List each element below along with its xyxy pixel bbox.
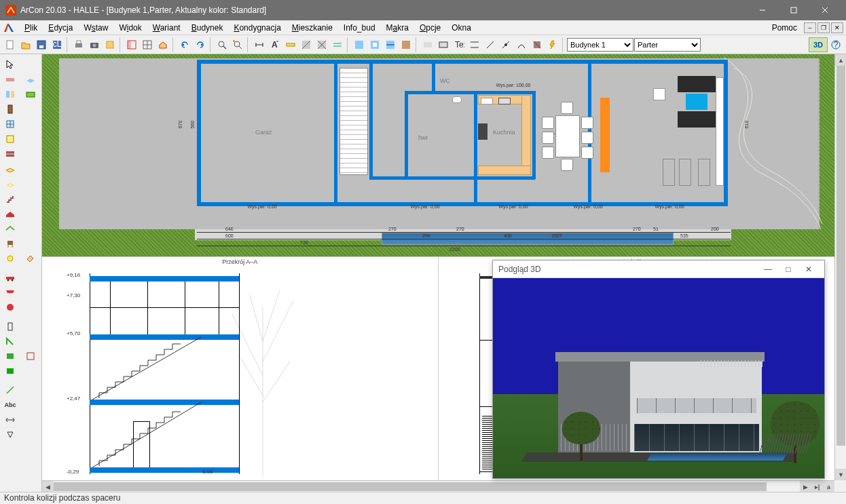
- menu-edycja[interactable]: Edycja: [43, 22, 78, 34]
- angle-tool[interactable]: [1, 334, 19, 349]
- door-tool[interactable]: [1, 102, 19, 117]
- layer-tool-4[interactable]: [399, 37, 413, 52]
- preview-3d-scene[interactable]: [493, 278, 824, 478]
- house-wizard-button[interactable]: [155, 37, 170, 52]
- mode-tool-1[interactable]: [420, 37, 435, 52]
- car-tool[interactable]: [1, 270, 19, 285]
- section-a[interactable]: Przekrój A–A: [42, 256, 439, 480]
- dim-tool-1[interactable]: [252, 37, 267, 52]
- slab-hole-tool[interactable]: [1, 176, 19, 191]
- layer-tool-2[interactable]: [367, 37, 382, 52]
- scroll-left-button[interactable]: ◀: [42, 481, 54, 492]
- menu-makra[interactable]: Makra: [381, 22, 414, 34]
- menu-budynek[interactable]: Budynek: [186, 22, 229, 34]
- plan-view[interactable]: Garaż hwr WC Kuchnia Jadalnia: [42, 54, 834, 256]
- light-tool[interactable]: [1, 251, 19, 266]
- marker-tool[interactable]: [1, 300, 19, 315]
- mdi-minimize-button[interactable]: –: [804, 22, 816, 33]
- flash-tool[interactable]: [545, 37, 560, 52]
- roof-tool-2[interactable]: [1, 221, 19, 236]
- wall-split-tool[interactable]: [1, 87, 19, 102]
- layout-button[interactable]: [124, 37, 139, 52]
- roof-tool-1[interactable]: [1, 206, 19, 221]
- preview-3d-maximize-button[interactable]: □: [778, 260, 798, 278]
- view-3d-button[interactable]: 3D: [809, 37, 828, 52]
- window-minimize-button[interactable]: [747, 0, 778, 20]
- furniture-tool[interactable]: [1, 236, 19, 251]
- dim-tool-c[interactable]: [498, 37, 513, 52]
- horizontal-scrollbar[interactable]: ◀ ▶ ▸| a: [42, 480, 834, 492]
- dim-tool-b[interactable]: [483, 37, 498, 52]
- open-file-button[interactable]: [18, 37, 33, 52]
- scroll-down-button[interactable]: ▼: [835, 469, 846, 480]
- dim-tool-d[interactable]: [514, 37, 529, 52]
- layer-tool-3[interactable]: [383, 37, 398, 52]
- print-button[interactable]: [71, 37, 86, 52]
- menu-wstaw[interactable]: Wstaw: [78, 22, 113, 34]
- window-maximize-button[interactable]: [778, 0, 809, 20]
- redo-button[interactable]: [193, 37, 208, 52]
- brick-tool[interactable]: [1, 147, 19, 161]
- menu-okna[interactable]: Okna: [446, 22, 477, 34]
- menu-plik[interactable]: Plik: [19, 22, 43, 34]
- menu-pomoc[interactable]: Pomoc: [767, 22, 803, 34]
- preview-3d-close-button[interactable]: ✕: [798, 260, 819, 278]
- mdi-close-button[interactable]: ✕: [831, 22, 843, 33]
- menu-widok[interactable]: Widok: [113, 22, 147, 34]
- level-mark-tool[interactable]: [1, 427, 19, 442]
- window-close-button[interactable]: [809, 0, 841, 20]
- wall-tool[interactable]: [1, 72, 19, 87]
- menu-wariant[interactable]: Wariant: [147, 22, 186, 34]
- preview-3d-window[interactable]: Podgląd 3D — □ ✕: [492, 260, 825, 479]
- save-file-button[interactable]: [34, 37, 49, 52]
- undo-button[interactable]: [177, 37, 192, 52]
- zoom-extents-button[interactable]: [230, 37, 245, 52]
- camera-button[interactable]: [87, 37, 102, 52]
- wall-green-tool[interactable]: [22, 87, 39, 102]
- new-file-button[interactable]: [3, 37, 18, 52]
- window-tool[interactable]: [1, 117, 19, 132]
- hatch-tool-1[interactable]: [299, 37, 314, 52]
- scroll-thumb-v[interactable]: [836, 66, 845, 446]
- window-yel-tool[interactable]: [1, 132, 19, 147]
- grid-button[interactable]: [140, 37, 155, 52]
- dim-tool-a[interactable]: [467, 37, 482, 52]
- rect-obj-tool[interactable]: [1, 349, 19, 364]
- scroll-right-button[interactable]: ▶: [800, 481, 811, 492]
- vertical-scrollbar[interactable]: ▲ ▼: [834, 54, 846, 480]
- line-tool[interactable]: [1, 383, 19, 398]
- text-label-tool[interactable]: Text: [452, 37, 466, 52]
- menu-mieszkanie[interactable]: Mieszkanie: [287, 22, 338, 34]
- text-tool[interactable]: A: [268, 37, 282, 52]
- preview-3d-titlebar[interactable]: Podgląd 3D — □ ✕: [493, 260, 824, 278]
- scroll-up-button[interactable]: ▲: [835, 54, 846, 66]
- door-frame-tool[interactable]: [1, 319, 19, 334]
- menu-kondygnacja[interactable]: Kondygnacja: [228, 22, 286, 34]
- panel-tool[interactable]: [1, 364, 19, 379]
- export-button[interactable]: [103, 37, 117, 52]
- scroll-end-button[interactable]: ▸|: [811, 481, 823, 492]
- mode-tool-2[interactable]: [436, 37, 451, 52]
- scroll-mode-button[interactable]: a: [823, 481, 834, 492]
- section-tool[interactable]: [530, 37, 545, 52]
- building-select[interactable]: Budynek 1: [567, 38, 633, 52]
- preview-3d-minimize-button[interactable]: —: [758, 260, 778, 278]
- paint-tool[interactable]: [22, 251, 39, 266]
- help-button[interactable]: ?: [828, 37, 843, 52]
- mdi-restore-button[interactable]: ❐: [817, 22, 830, 33]
- stairs-tool[interactable]: [1, 191, 19, 206]
- floor-select[interactable]: Parter: [634, 38, 701, 52]
- scroll-thumb-h[interactable]: [54, 482, 767, 491]
- text-abc-tool[interactable]: Abc: [1, 398, 19, 412]
- hatch-tool-2[interactable]: [314, 37, 329, 52]
- menu-infobud[interactable]: Info_bud: [338, 22, 381, 34]
- rect-obj-2-tool[interactable]: [22, 349, 39, 364]
- save-cl-button[interactable]: cL: [50, 37, 65, 52]
- wall3d-tool[interactable]: [22, 72, 39, 87]
- zoom-button[interactable]: [215, 37, 229, 52]
- hatch-tool-3[interactable]: [330, 37, 345, 52]
- layer-tool-1[interactable]: [352, 37, 367, 52]
- select-tool[interactable]: [1, 57, 19, 72]
- dim-chain-tool[interactable]: [1, 412, 19, 427]
- ruler-tool[interactable]: [283, 37, 298, 52]
